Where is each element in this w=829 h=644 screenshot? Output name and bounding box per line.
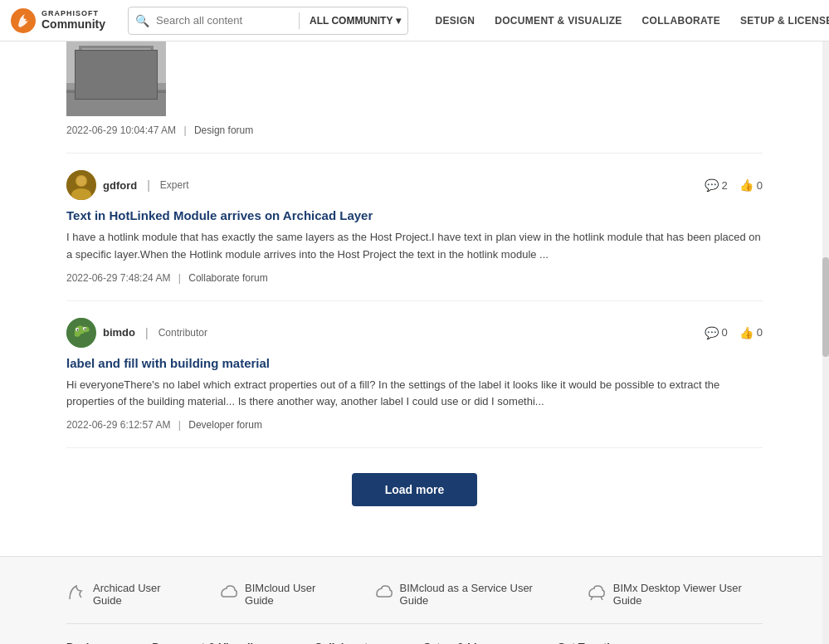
post-author-row-2: bimdo | Contributor 💬 0 👍 0 [66,318,763,348]
search-icon: 🔍 [129,14,156,27]
post-forum-date-2: 2022-06-29 6:12:57 AM | Developer forum [66,419,763,431]
main-content: 2022-06-29 10:04:47 AM | Design forum gd… [0,41,829,556]
graphisoft-logo-icon [10,7,37,34]
footer-nav: Design Document & Visualize Collaborate … [66,641,763,644]
post-author-row-1: gdford | Expert 💬 2 👍 0 [66,170,763,200]
search-divider [299,12,300,29]
main-nav: DESIGN DOCUMENT & VISUALIZE COLLABORATE … [425,0,829,41]
scrollbar-thumb[interactable] [822,257,829,357]
comment-icon-2: 💬 [705,326,719,339]
avatar-image [66,170,96,200]
post-title-2[interactable]: label and fill with building material [66,356,763,370]
nav-setup-license[interactable]: SETUP & LICENSE [730,0,829,41]
bimcloud-guide-icon [218,583,238,607]
search-bar: 🔍 ALL COMMUNITY ▾ [128,7,408,35]
comment-icon: 💬 [705,178,719,192]
scrollbar[interactable] [822,0,829,644]
logo-area[interactable]: GRAPHISOFT Community [10,7,118,34]
like-icon: 👍 [739,178,753,192]
logo-text: GRAPHISOFT Community [41,10,105,31]
guide-bimx[interactable]: BIMx Desktop Viewer User Guide [587,582,763,607]
likes-stat-2: 👍 0 [739,326,763,339]
svg-point-18 [77,329,79,330]
nav-doc-viz[interactable]: DOCUMENT & VISUALIZE [485,0,632,41]
footer-nav-get-together-heading: Get Together [558,641,624,644]
post-forum-date-1: 2022-06-29 7:48:24 AM | Collaborate foru… [66,272,763,284]
guide-bimcloud-label: BIMcloud User Guide [245,582,339,607]
author-avatar-gdford [66,170,96,200]
footer-nav-design-heading: Design [66,641,102,644]
footer-nav-setup-license: Setup & License [423,641,507,644]
footer-nav-setup-license-heading: Setup & License [423,641,507,644]
garage-door-svg [66,41,166,116]
search-input[interactable] [156,14,295,27]
post-card-1: gdford | Expert 💬 2 👍 0 Text in HotLinke… [66,154,763,301]
like-count-1: 0 [757,179,763,192]
nav-collaborate[interactable]: COLLABORATE [632,0,730,41]
svg-rect-10 [66,90,166,93]
bimx-guide-icon [587,583,607,607]
author-avatar-bimdo [66,318,96,348]
footer: Archicad User Guide BIMcloud User Guide … [0,556,829,644]
bimcloud-saas-icon-svg [373,583,393,603]
svg-rect-8 [81,80,151,90]
nav-design[interactable]: DESIGN [425,0,485,41]
post-excerpt-1: I have a hotlink module that has exactly… [66,229,763,264]
post-stats-2: 💬 0 👍 0 [705,326,763,339]
community-filter-label: ALL COMMUNITY [310,15,393,27]
footer-nav-doc-viz-heading: Document & Visualize [152,641,265,644]
guide-archicad[interactable]: Archicad User Guide [66,582,185,607]
footer-nav-design: Design [66,641,102,644]
footer-guides: Archicad User Guide BIMcloud User Guide … [66,582,763,624]
product-name: Community [41,18,105,31]
comments-stat-1: 💬 2 [705,178,728,192]
community-filter-dropdown[interactable]: ALL COMMUNITY ▾ [303,15,407,27]
image-post-date: 2022-06-29 10:04:47 AM | Design forum [66,116,763,136]
post-title-1[interactable]: Text in HotLinked Module arrives on Arch… [66,208,763,222]
bimcloud-saas-guide-icon [373,583,393,607]
comments-stat-2: 💬 0 [705,326,728,339]
guide-archicad-label: Archicad User Guide [93,582,185,607]
post-thumbnail-image [66,41,166,116]
guide-bimcloud-saas-label: BIMcloud as a Service User Guide [400,582,553,607]
svg-rect-4 [79,46,154,91]
comment-count-1: 2 [722,179,728,192]
footer-nav-collaborate-heading: Collaborate [315,641,374,644]
svg-rect-5 [81,48,151,58]
footer-nav-get-together: Get Together [558,641,624,644]
like-icon-2: 👍 [739,326,753,339]
post-stats-1: 💬 2 👍 0 [705,178,763,192]
guide-bimcloud-saas[interactable]: BIMcloud as a Service User Guide [373,582,553,607]
author-name-2: bimdo [103,326,135,339]
author-role-2: Contributor [158,327,207,339]
svg-point-14 [76,176,86,186]
post-card-2: bimdo | Contributor 💬 0 👍 0 label and fi… [66,301,763,449]
header: GRAPHISOFT Community 🔍 ALL COMMUNITY ▾ D… [0,0,829,41]
likes-stat-1: 👍 0 [739,178,763,192]
like-count-2: 0 [757,326,763,339]
footer-nav-doc-viz: Document & Visualize [152,641,265,644]
guide-bimx-label: BIMx Desktop Viewer User Guide [613,582,763,607]
chevron-down-icon: ▾ [396,15,401,27]
bimdo-avatar-image [66,318,96,348]
footer-nav-collaborate: Collaborate [315,641,374,644]
archicad-icon-svg [66,583,86,603]
archicad-guide-icon [66,583,86,607]
svg-point-19 [85,328,86,329]
post-excerpt-2: Hi everyoneThere's no label which extrac… [66,377,763,412]
load-more-section: Load more [66,448,763,556]
bimx-icon-svg [587,583,607,603]
guide-bimcloud[interactable]: BIMcloud User Guide [218,582,339,607]
svg-rect-6 [81,59,151,69]
load-more-button[interactable]: Load more [352,473,478,506]
bimcloud-icon-svg [218,583,238,603]
author-role-1: Expert [160,179,189,191]
image-post-card: 2022-06-29 10:04:47 AM | Design forum [66,41,763,154]
svg-rect-9 [66,91,166,116]
author-name-1: gdford [103,179,137,192]
comment-count-2: 0 [722,326,728,339]
svg-rect-7 [81,70,151,80]
